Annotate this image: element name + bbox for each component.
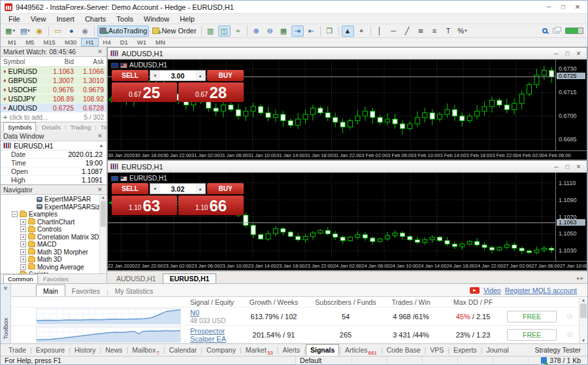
menu-item-file[interactable]: File — [3, 15, 25, 23]
chart-maximize-icon[interactable]: □ — [562, 164, 573, 170]
navigator-item-expertmapsar[interactable]: ExpertMAPSAR — [1, 196, 106, 203]
chart-close-icon[interactable]: ✕ — [573, 164, 584, 170]
navigator-item-examples[interactable]: −Examples — [1, 211, 106, 218]
timeframe-w1[interactable]: W1 — [133, 38, 151, 46]
toolbox-tab-my-statistics[interactable]: My Statistics — [108, 286, 160, 296]
free-button[interactable]: FREE — [507, 329, 557, 341]
toolbox-scrollbar[interactable]: ▲▼ — [579, 298, 587, 343]
video-link[interactable]: Video — [483, 287, 501, 294]
market-watch-tab-details[interactable]: Details — [38, 124, 65, 131]
menu-item-window[interactable]: Window — [139, 15, 174, 23]
sell-price-display[interactable]: 1.1063 — [112, 196, 177, 215]
buy-price-display[interactable]: 0.6728 — [178, 82, 244, 102]
tree-expander-icon[interactable]: + — [20, 256, 26, 262]
navigator-close-icon[interactable]: ✕ — [96, 186, 104, 193]
chart-title-bar[interactable]: EURUSD,H1 ─ □ ✕ — [108, 161, 587, 173]
cursor-button[interactable]: ▲ — [342, 26, 354, 37]
maximize-button[interactable]: □ — [556, 3, 570, 10]
market-watch-tab-trading[interactable]: Trading — [66, 124, 95, 131]
toolbox-tab-main[interactable]: Main — [36, 285, 65, 296]
line-chart-button[interactable]: ≈ — [232, 26, 244, 37]
market-watch-row[interactable]: ♦AUDUSD0.67250.6728 — [1, 103, 106, 113]
buy-button[interactable]: BUY — [207, 70, 244, 81]
crosshair-button[interactable]: ⌖ — [355, 26, 368, 37]
buy-button[interactable]: BUY — [207, 183, 244, 194]
timeframe-mn[interactable]: MN — [151, 38, 170, 46]
bottom-tab-signals[interactable]: Signals — [306, 344, 339, 356]
timeframe-m5[interactable]: M5 — [21, 38, 39, 46]
autoscroll-button[interactable]: ⇥ — [291, 26, 304, 37]
bottom-tab-mailbox[interactable]: Mailbox7 — [128, 346, 163, 354]
payments-button[interactable]: ▭ — [52, 26, 64, 37]
navigator-tab-common[interactable]: Common — [3, 274, 38, 283]
navigator-item-moving-average[interactable]: +Moving Average — [1, 264, 106, 271]
bottom-tab-vps[interactable]: VPS — [426, 346, 448, 354]
toolbox-vertical-label[interactable]: Toolbox — [2, 318, 9, 339]
timeframe-h1[interactable]: H1 — [81, 38, 98, 46]
sell-button[interactable]: SELL — [112, 183, 148, 194]
volume-input[interactable]: 3.00 — [160, 71, 195, 80]
market-watch-add-row[interactable]: + click to add... 5 / 302 — [1, 113, 106, 122]
data-window-close-icon[interactable]: ✕ — [96, 133, 104, 139]
navigator-item-chartinchart[interactable]: +ChartInChart — [1, 218, 106, 226]
navigator-scrollbar[interactable]: ▲ — [99, 195, 106, 273]
profiles-button[interactable]: ▤▾ — [18, 26, 32, 37]
chart-plot-area[interactable]: AUDUSD,H1SELL▼3.00▲BUY0.67250.6728 — [108, 60, 555, 150]
chart-minimize-icon[interactable]: ─ — [551, 164, 562, 170]
objects-button[interactable]: %▾ — [456, 26, 469, 37]
bottom-tab-journal[interactable]: Journal — [482, 346, 512, 354]
new-order-button[interactable]: New Order — [150, 26, 198, 37]
market-watch-close-icon[interactable]: ✕ — [96, 48, 104, 55]
bottom-tab-company[interactable]: Company — [203, 346, 240, 354]
register-mql5-link[interactable]: Register MQL5 account — [505, 287, 577, 294]
channel-button[interactable]: ≋ — [415, 26, 427, 37]
toolbox-tab-favorites[interactable]: Favorites — [65, 286, 106, 296]
market-watch-row[interactable]: ♦GBPUSD1.30071.3010 — [1, 76, 106, 85]
market-watch-row[interactable]: ♦USDJPY108.89108.92 — [1, 94, 106, 103]
navigator-item-correlation-matrix-3d[interactable]: +Correlation Matrix 3D — [1, 234, 106, 241]
sell-button[interactable]: SELL — [112, 70, 148, 81]
volume-increase-icon[interactable]: ▲ — [195, 184, 205, 194]
navigator-item-math-3d[interactable]: +Math 3D — [1, 256, 106, 264]
navigator-item-expertmapsarsizeoptim[interactable]: ExpertMAPSARSizeOptim — [1, 203, 106, 211]
timeframe-d1[interactable]: D1 — [116, 38, 133, 46]
sell-price-display[interactable]: 0.6725 — [112, 82, 177, 102]
free-button[interactable]: FREE — [507, 311, 557, 322]
buy-price-display[interactable]: 1.1066 — [178, 196, 244, 215]
bottom-tab-experts[interactable]: Experts — [449, 346, 481, 354]
scroll-up-icon[interactable]: ▲ — [99, 143, 104, 148]
volume-decrease-icon[interactable]: ▼ — [150, 71, 160, 80]
bottom-tab-history[interactable]: History — [71, 346, 100, 354]
market-watch-row[interactable]: ♦USDCHF0.96760.9679 — [1, 85, 106, 94]
tile-windows-button[interactable]: ▦ — [278, 26, 290, 37]
bar-chart-button[interactable]: ▥ — [204, 26, 217, 37]
chart-minimize-icon[interactable]: ─ — [551, 50, 562, 57]
community-button[interactable]: ● — [65, 26, 78, 37]
navigator-item-scripts[interactable]: Scripts — [1, 271, 106, 273]
navigator-tab-favorites[interactable]: Favorites — [39, 275, 73, 283]
candlestick-button[interactable]: ◫ — [218, 26, 231, 37]
volume-decrease-icon[interactable]: ▼ — [150, 184, 160, 194]
market-watch-row[interactable]: ♦EURUSD1.10631.1066 — [1, 67, 106, 76]
chart-maximize-icon[interactable]: □ — [562, 50, 573, 57]
favorite-star-icon[interactable]: ☆ — [566, 311, 574, 321]
zoom-out-button[interactable]: ⊖ — [264, 26, 276, 37]
horizontal-line-button[interactable]: ─ — [387, 26, 400, 37]
vertical-line-button[interactable]: │ — [374, 26, 386, 37]
tree-expander-icon[interactable]: + — [20, 241, 26, 247]
navigator-item-controls[interactable]: +Controls — [1, 226, 106, 234]
arrange-windows-button[interactable]: ❐ — [323, 26, 336, 37]
signal-name-link[interactable]: Prospector Scalper EA — [190, 327, 235, 343]
autotrading-button[interactable]: AutoTrading — [97, 26, 150, 37]
youtube-icon[interactable] — [470, 287, 480, 294]
zoom-in-button[interactable]: ⊕ — [250, 26, 263, 37]
tree-expander-icon[interactable]: + — [20, 234, 26, 240]
chat-icon[interactable] — [553, 28, 560, 33]
timeframe-m30[interactable]: M30 — [60, 38, 81, 46]
signal-name-link[interactable]: N0 — [190, 309, 235, 317]
bottom-tab-calendar[interactable]: Calendar — [165, 346, 201, 354]
broadcast-button[interactable]: ◉ — [79, 26, 91, 37]
bottom-tab-code-base[interactable]: Code Base — [383, 346, 425, 354]
tree-expander-icon[interactable]: + — [20, 264, 26, 270]
timeframe-h4[interactable]: H4 — [99, 38, 116, 46]
